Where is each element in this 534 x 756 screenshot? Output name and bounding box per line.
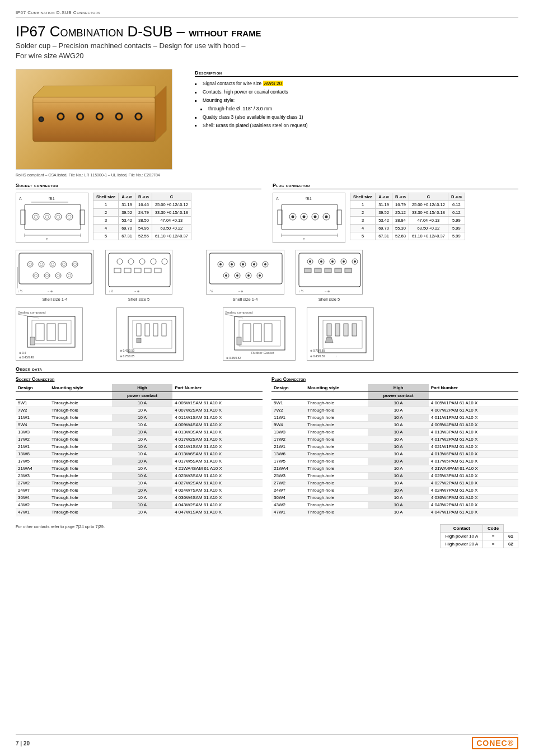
order-columns: Socket Connector Design Mounting style H… (16, 376, 518, 516)
order-part: 4 013W3SAM 61 A10 X (172, 428, 263, 436)
table-row: 47W1 Through-hole 10 A 4 047W1PAM 61 A10… (271, 508, 518, 516)
order-mounting: Through-hole (49, 465, 112, 472)
order-hp: 10 A (112, 428, 172, 436)
desc-item-1: Signal contacts for wire size AWG 20 (195, 80, 518, 88)
order-design: 17W5 (16, 458, 49, 465)
svg-point-99 (225, 274, 227, 277)
order-design: 36W4 (271, 494, 305, 501)
plug-shell-1-4-label: Shell size 1-4 (232, 297, 257, 302)
socket-c: 33.30 +0.15/-0.18 (152, 208, 191, 216)
socket-col-design-sub (16, 391, 49, 399)
order-mounting: Through-hole (49, 458, 112, 465)
socket-shell-1-4-label: Shell size 1-4 (42, 297, 67, 302)
svg-point-75 (117, 259, 123, 264)
order-part: 4 017W2PAM 61 A10 X (429, 436, 518, 443)
description-list: Signal contacts for wire size AWG 20 Con… (195, 80, 518, 130)
table-row: 13W3 Through-hole 10 A 4 013W3PAM 61 A10… (271, 428, 518, 436)
plug-b: 52.68 (392, 232, 409, 240)
table-row: 43W2 Through-hole 10 A 4 043W2SAM 61 A10… (16, 501, 263, 508)
socket-shell-5-block: ↕ ½ → ⊕ Shell size 5 (105, 250, 172, 302)
plug-col-mounting: Mounting style (305, 384, 368, 392)
socket-c: 61.10 +0.12/-0.37 (152, 232, 191, 240)
order-design: 9W4 (271, 421, 305, 428)
plug-col-shell: Shell size (350, 193, 376, 200)
order-hp: 10 A (112, 399, 172, 407)
order-design: 24W7 (16, 487, 49, 494)
svg-point-79 (162, 259, 167, 264)
page-title: IP67 Combination D-SUB – without frame (16, 24, 518, 40)
svg-rect-148 (243, 324, 251, 342)
order-mounting: Through-hole (49, 487, 112, 494)
order-part: 4 027W2PAM 61 A10 X (429, 479, 518, 487)
order-mounting: Through-hole (305, 436, 368, 443)
svg-text:→ ⊕: → ⊕ (47, 290, 53, 293)
order-mounting: Through-hole (49, 414, 112, 421)
socket-shell-1-4-svg: ↕ ½ → ⊕ (16, 250, 94, 295)
order-hp: 10 A (112, 508, 172, 516)
svg-rect-136 (128, 316, 176, 353)
svg-point-62 (74, 263, 77, 265)
svg-text:Rubber-Gasket: Rubber-Gasket (251, 351, 274, 354)
table-row: 25W3 Through-hole 10 A 4 025W3SAM 61 A10… (16, 472, 263, 479)
svg-rect-132 (58, 324, 67, 340)
contact-code-table: Contact Code High power 10 A = 61High po… (440, 524, 518, 548)
svg-text:↕ ½: ↕ ½ (109, 290, 114, 293)
order-design: 43W2 (271, 501, 305, 508)
svg-point-110 (309, 260, 311, 263)
socket-col-powercontact: power contact (112, 391, 172, 399)
desc-item-4: through-hole Ø .118" / 3.0 mm (200, 105, 518, 114)
order-part: 4 21WA4PAM 61 A10 X (429, 465, 518, 472)
order-part: 4 013W6SAM 61 A10 X (172, 450, 263, 458)
order-design: 11W1 (16, 414, 49, 421)
plug-a: 67.31 (376, 232, 392, 240)
plug-diagram-svg: A B1 (273, 193, 345, 243)
plug-dim-row: 5 67.31 52.68 61.10 +0.12/-0.37 5.99 (350, 232, 465, 240)
desc-item-2: Contacts: high power or coaxial contacts (195, 88, 518, 97)
svg-point-60 (63, 263, 65, 265)
order-part: 4 025W3SAM 61 A10 X (172, 472, 263, 479)
socket-diagram: A B1 (16, 193, 88, 244)
socket-title: Socket connector (16, 183, 261, 189)
svg-point-59 (61, 262, 67, 267)
order-design: 43W2 (16, 501, 49, 508)
socket-b: 54.96 (135, 224, 152, 232)
order-part: 4 036W4PAM 61 A10 X (429, 494, 518, 501)
order-mounting: Through-hole (305, 443, 368, 450)
svg-text:→ ⊕: → ⊕ (134, 290, 139, 293)
svg-point-21 (45, 215, 49, 218)
plug-cross-svg: Sealing compound Rubber-Gasket ⊕ 0.45/0.… (223, 307, 296, 361)
order-data-section: Order data Socket Connector Design Mount… (16, 366, 518, 548)
product-image (16, 69, 172, 170)
table-row: 36W4 Through-hole 10 A 4 036W4SAM 61 A10… (16, 494, 263, 501)
order-part: 4 017W5SAM 61 A10 X (172, 458, 263, 465)
order-mounting: Through-hole (49, 399, 112, 407)
socket-shell-size: 3 (93, 216, 119, 224)
socket-a: 31.19 (119, 200, 135, 208)
order-design: 11W1 (271, 414, 305, 421)
svg-rect-156 (327, 324, 331, 336)
svg-rect-123 (345, 268, 352, 273)
order-mounting: Through-hole (305, 494, 368, 501)
plug-shell-5-block: ↕ ½ → ⊕ Shell size 5 (296, 250, 363, 302)
socket-col-pn-sub (172, 391, 263, 399)
plug-shell-size: 5 (350, 232, 376, 240)
svg-rect-131 (47, 324, 55, 340)
order-mounting: Through-hole (49, 421, 112, 428)
order-mounting: Through-hole (305, 472, 368, 479)
order-mounting: Through-hole (49, 443, 112, 450)
socket-c: 25.00 +0.12/-0.12 (152, 200, 191, 208)
svg-rect-133 (30, 337, 35, 345)
page-footer: 7 | 20 CONEC® (16, 734, 518, 749)
svg-text:A: A (276, 197, 279, 200)
socket-dim-row: 5 67.31 52.55 61.10 +0.12/-0.37 (93, 232, 191, 240)
order-mounting: Through-hole (49, 407, 112, 414)
order-hp: 10 A (112, 458, 172, 465)
table-row: 11W1 Through-hole 10 A 4 011W1PAM 61 A10… (271, 414, 518, 421)
order-hp: 10 A (368, 508, 428, 516)
order-mounting: Through-hole (49, 508, 112, 516)
socket-shell-5-svg: ↕ ½ → ⊕ (105, 250, 172, 295)
plug-cross-1-4-block: Sealing compound Rubber-Gasket ⊕ 0.45/0.… (223, 307, 296, 361)
svg-text:⊕ 0.43/0.50: ⊕ 0.43/0.50 (120, 349, 134, 352)
svg-rect-36 (282, 204, 338, 230)
order-title: Order data (16, 366, 518, 373)
